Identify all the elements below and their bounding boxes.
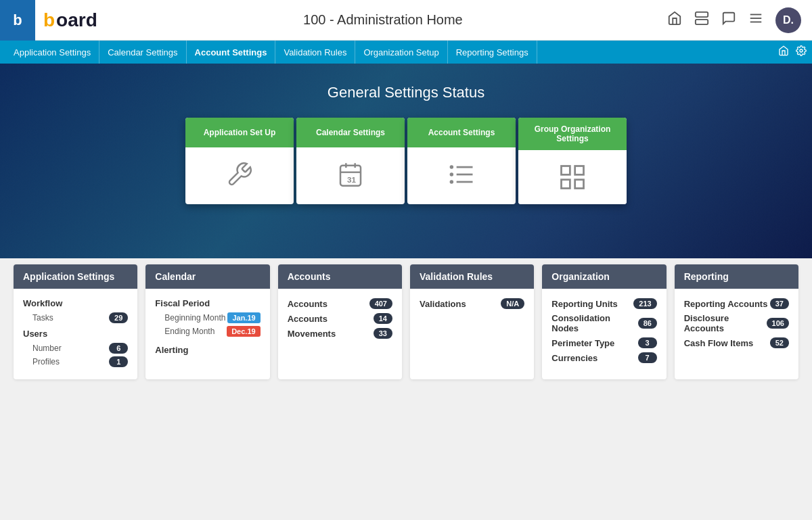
home-icon[interactable] (667, 11, 682, 29)
top-bar: b board 100 - Administration Home D. (0, 0, 812, 41)
chat-icon[interactable] (721, 11, 736, 29)
nav-right-icons (778, 45, 807, 59)
badge-currencies: 7 (638, 352, 657, 363)
hero-section: General Settings Status Application Set … (0, 64, 812, 258)
logo-text: board (43, 9, 99, 31)
card-row-disclosure-accounts: Disclosure Accounts 106 (684, 313, 789, 333)
svg-rect-21 (562, 180, 570, 189)
badge-validations: N/A (501, 298, 524, 309)
card-organization: Organization Reporting Units 213 Consoli… (542, 264, 666, 379)
badge-consolidation-nodes: 86 (638, 318, 657, 329)
card-row-workflow: Workflow (23, 298, 128, 308)
card-row-validations: Validations N/A (420, 298, 524, 309)
badge-reporting-accounts: 37 (770, 298, 789, 309)
subrow-ending-month: Ending Month Dec.19 (155, 326, 260, 337)
card-header-organization: Organization (542, 264, 666, 289)
card-header-validation-rules: Validation Rules (410, 264, 534, 289)
badge-accounts-407: 407 (369, 298, 392, 309)
card-reporting: Reporting Reporting Accounts 37 Disclosu… (675, 264, 798, 379)
hero-card-body-group-org-settings (518, 150, 627, 204)
subrow-tasks: Tasks 29 (23, 312, 128, 323)
svg-text:31: 31 (347, 175, 356, 184)
subrow-number: Number 6 (23, 343, 128, 354)
badge-movements: 33 (374, 328, 392, 339)
hero-cards: Application Set Up Calendar Settings 31 (14, 118, 798, 204)
nav-item-application-settings[interactable]: Application Settings (5, 41, 99, 64)
svg-point-7 (800, 49, 803, 52)
hero-card-group-org-settings[interactable]: Group Organization Settings (518, 118, 627, 204)
card-application-settings: Application Settings Workflow Tasks 29 U… (14, 264, 137, 379)
badge-tasks: 29 (109, 312, 128, 323)
nav-settings-icon[interactable] (796, 45, 807, 59)
card-calendar: Calendar Fiscal Period Beginning Month J… (145, 264, 269, 379)
nav-item-validation-rules[interactable]: Validation Rules (275, 41, 355, 64)
card-header-calendar: Calendar (145, 264, 269, 289)
card-row-fiscal-period: Fiscal Period (155, 298, 260, 308)
nav-item-reporting-settings[interactable]: Reporting Settings (448, 41, 537, 64)
card-row-perimeter-type: Perimeter Type 3 (551, 337, 656, 348)
logo-icon: b (0, 0, 35, 41)
hero-card-header-calendar-settings: Calendar Settings (296, 118, 405, 147)
hero-title: General Settings Status (14, 84, 798, 101)
svg-rect-22 (575, 180, 584, 189)
hero-card-calendar-settings[interactable]: Calendar Settings 31 (296, 118, 405, 204)
hero-card-body-calendar-settings: 31 (296, 147, 405, 202)
svg-point-16 (450, 165, 454, 169)
badge-beginning-month: Jan.19 (227, 312, 260, 323)
card-row-movements: Movements 33 (288, 328, 392, 339)
svg-rect-19 (562, 166, 570, 175)
card-row-accounts-407: Accounts 407 (288, 298, 392, 309)
badge-perimeter-type: 3 (638, 337, 657, 348)
nav-bar: Application Settings Calendar Settings A… (0, 41, 812, 64)
card-body-calendar: Fiscal Period Beginning Month Jan.19 End… (145, 289, 269, 365)
top-icons: D. (667, 7, 801, 33)
badge-disclosure-accounts: 106 (767, 318, 789, 329)
subrow-profiles: Profiles 1 (23, 356, 128, 367)
hero-card-body-application-setup (185, 147, 294, 202)
svg-point-18 (450, 180, 454, 184)
hero-card-header-group-org-settings: Group Organization Settings (518, 118, 627, 150)
nav-item-organization-setup[interactable]: Organization Setup (355, 41, 447, 64)
svg-rect-0 (696, 12, 708, 17)
cards-grid: Application Settings Workflow Tasks 29 U… (14, 264, 798, 379)
badge-accounts-14: 14 (374, 313, 392, 324)
menu-icon[interactable] (748, 11, 763, 29)
badge-cash-flow-items: 52 (770, 337, 789, 348)
badge-number: 6 (109, 343, 128, 354)
badge-profiles: 1 (109, 356, 128, 367)
card-header-accounts: Accounts (278, 264, 402, 289)
svg-rect-1 (696, 20, 708, 24)
card-header-application-settings: Application Settings (14, 264, 137, 289)
card-row-cash-flow-items: Cash Flow Items 52 (684, 337, 789, 348)
card-body-organization: Reporting Units 213 Consolidation Nodes … (542, 289, 666, 377)
card-body-accounts: Accounts 407 Accounts 14 Movements 33 (278, 289, 402, 352)
avatar[interactable]: D. (775, 7, 801, 33)
card-accounts: Accounts Accounts 407 Accounts 14 Moveme… (278, 264, 402, 379)
hero-card-header-account-settings: Account Settings (407, 118, 516, 147)
card-row-currencies: Currencies 7 (551, 352, 656, 363)
alerting-section: Alerting (155, 344, 260, 356)
card-body-application-settings: Workflow Tasks 29 Users Number 6 Profile… (14, 289, 137, 379)
card-body-reporting: Reporting Accounts 37 Disclosure Account… (675, 289, 798, 362)
card-body-validation-rules: Validations N/A (410, 289, 534, 323)
main-content: Overall Configuration Parameters Applica… (0, 258, 812, 393)
card-header-reporting: Reporting (675, 264, 798, 289)
card-row-accounts-14: Accounts 14 (288, 313, 392, 324)
page-title: 100 - Administration Home (99, 12, 667, 28)
subrow-beginning-month: Beginning Month Jan.19 (155, 312, 260, 323)
hero-card-account-settings[interactable]: Account Settings (407, 118, 516, 204)
svg-point-17 (450, 172, 454, 176)
card-row-reporting-units: Reporting Units 213 (551, 298, 656, 309)
server-icon[interactable] (694, 11, 709, 29)
card-row-consolidation-nodes: Consolidation Nodes 86 (551, 313, 656, 333)
badge-reporting-units: 213 (633, 298, 656, 309)
card-row-users: Users (23, 329, 128, 339)
hero-card-body-account-settings (407, 147, 516, 202)
nav-home-icon[interactable] (778, 45, 789, 59)
hero-card-application-setup[interactable]: Application Set Up (185, 118, 294, 204)
nav-item-account-settings[interactable]: Account Settings (187, 41, 276, 64)
nav-item-calendar-settings[interactable]: Calendar Settings (99, 41, 186, 64)
card-row-reporting-accounts: Reporting Accounts 37 (684, 298, 789, 309)
hero-card-header-application-setup: Application Set Up (185, 118, 294, 147)
svg-rect-20 (575, 166, 584, 175)
